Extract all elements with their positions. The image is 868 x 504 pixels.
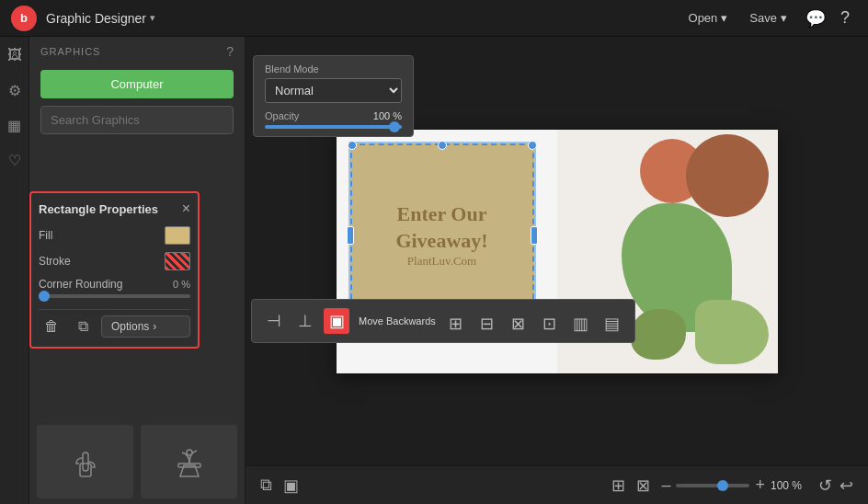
- app-logo: b: [11, 6, 37, 31]
- rect-props-footer: 🗑 ⧉ Options ›: [39, 309, 190, 339]
- layers-icon[interactable]: ⧉: [260, 475, 272, 495]
- selection-handle-tl[interactable]: [348, 141, 357, 150]
- align-bottom-icon[interactable]: ▤: [600, 311, 625, 337]
- app-title-chevron: ▾: [150, 12, 155, 24]
- zoom-in-button[interactable]: +: [755, 475, 765, 495]
- corner-rounding-value: 0 %: [173, 279, 190, 290]
- corner-rounding-row: Corner Rounding 0 %: [39, 278, 190, 291]
- left-panel: GRAPHICS ? Computer Rectangle Properties…: [29, 37, 246, 504]
- canvas-area: Blend Mode Normal Opacity 100 % ⊣ ⊥ ▣: [246, 37, 868, 504]
- opacity-slider-thumb: [389, 121, 400, 132]
- sidebar-image-icon[interactable]: 🖼: [4, 44, 26, 66]
- svg-rect-0: [80, 464, 91, 476]
- bottom-bar-right: ↺ ↩: [818, 475, 853, 496]
- giveaway-subtext: PlantLuv.Com: [407, 254, 476, 269]
- sidebar-icons: 🖼 ⚙ ▦ ♡: [0, 37, 29, 504]
- save-button[interactable]: Save ▾: [738, 7, 798, 29]
- stroke-color-swatch[interactable]: [165, 252, 190, 270]
- blend-mode-select[interactable]: Normal: [265, 78, 402, 103]
- plant-pot-icon: [171, 443, 208, 480]
- corner-rounding-thumb: [39, 291, 50, 302]
- list-item[interactable]: [141, 425, 237, 498]
- float-toolbar: ⊣ ⊥ ▣ Move Backwards ⊞ ⊟ ⊠ ⊡ ▥ ▤: [251, 299, 635, 343]
- bottom-bar: ⧉ ▣ ⊞ ⊠ – + 100 % ↺ ↩: [246, 465, 868, 504]
- selection-handle-rm[interactable]: [531, 226, 538, 245]
- distribute-center-icon[interactable]: ⊟: [474, 311, 500, 337]
- corner-rounding-label: Corner Rounding: [39, 278, 122, 291]
- opacity-slider[interactable]: [265, 125, 402, 129]
- blend-mode-label: Blend Mode: [265, 63, 402, 74]
- rect-props-close-button[interactable]: ×: [182, 200, 190, 217]
- stroke-label: Stroke: [39, 255, 165, 268]
- opacity-row: Opacity 100 %: [265, 110, 402, 121]
- main-content: 🖼 ⚙ ▦ ♡ GRAPHICS ? Computer Rectangle Pr…: [0, 37, 868, 504]
- align-left-icon[interactable]: ⊣: [261, 308, 287, 334]
- rect-props-header: Rectangle Properties ×: [39, 200, 190, 217]
- help-question-icon[interactable]: ?: [226, 44, 234, 59]
- chat-icon-button[interactable]: 💬: [798, 5, 833, 32]
- duplicate-icon-button[interactable]: ⧉: [70, 314, 96, 339]
- canvas-content[interactable]: Blend Mode Normal Opacity 100 % ⊣ ⊥ ▣: [246, 37, 868, 465]
- toolbar-section-1: ⊣ ⊥ ▣ Move Backwards: [261, 308, 436, 334]
- align-center-v-icon[interactable]: ⊥: [292, 308, 318, 334]
- opacity-value: 100 %: [373, 110, 402, 121]
- distribute-left-icon[interactable]: ⊞: [443, 311, 469, 337]
- computer-button[interactable]: Computer: [40, 70, 234, 98]
- selection-handle-tr[interactable]: [528, 141, 537, 150]
- succulent-1: [695, 300, 769, 364]
- fill-color-swatch[interactable]: [165, 226, 190, 245]
- sidebar-filter-icon[interactable]: ⚙: [4, 79, 26, 101]
- search-graphics-input[interactable]: [40, 106, 234, 134]
- opacity-label: Opacity: [265, 110, 299, 121]
- open-button[interactable]: Open ▾: [678, 7, 739, 29]
- undo-icon[interactable]: ↩: [839, 475, 853, 496]
- cactus-icon: [67, 443, 104, 480]
- move-backwards-icon[interactable]: ▣: [324, 308, 349, 334]
- giveaway-text: Enter OurGiveaway!: [395, 201, 487, 254]
- zoom-slider[interactable]: [676, 484, 749, 487]
- succulent-2: [631, 309, 686, 360]
- resize-icon[interactable]: ⊠: [636, 475, 650, 496]
- panel-header: GRAPHICS ?: [29, 37, 245, 66]
- graphics-section-label: GRAPHICS: [40, 46, 100, 57]
- sidebar-heart-icon[interactable]: ♡: [4, 149, 26, 171]
- delete-icon-button[interactable]: 🗑: [39, 314, 64, 339]
- move-backwards-label: Move Backwards: [359, 315, 436, 326]
- sidebar-grid-icon[interactable]: ▦: [4, 114, 26, 136]
- rectangle-properties-panel: Rectangle Properties × Fill Stroke Corne…: [29, 191, 200, 349]
- svg-point-4: [187, 450, 192, 455]
- canvas-icon[interactable]: ▣: [283, 475, 299, 496]
- options-button[interactable]: Options ›: [101, 315, 190, 338]
- blend-opacity-panel: Blend Mode Normal Opacity 100 %: [253, 55, 414, 137]
- fill-row: Fill: [39, 226, 190, 245]
- graphics-grid: [29, 418, 245, 504]
- app-title: Graphic Designer: [46, 11, 146, 26]
- refresh-icon[interactable]: ↺: [818, 475, 832, 496]
- list-item[interactable]: [37, 425, 133, 498]
- plant-pot-2: [686, 134, 769, 217]
- help-icon-button[interactable]: ?: [833, 5, 857, 31]
- crop-icon[interactable]: ⊞: [611, 475, 625, 496]
- zoom-out-button[interactable]: –: [661, 475, 670, 495]
- distribute-right-icon[interactable]: ⊠: [506, 311, 531, 337]
- svg-rect-1: [83, 452, 88, 471]
- selection-handle-lm[interactable]: [347, 226, 354, 245]
- stroke-row: Stroke: [39, 252, 190, 270]
- zoom-slider-thumb: [717, 480, 728, 491]
- align-mid-icon[interactable]: ▥: [568, 311, 594, 337]
- rect-props-title: Rectangle Properties: [39, 202, 158, 216]
- corner-rounding-slider[interactable]: [39, 294, 190, 298]
- topbar: b Graphic Designer ▾ Open ▾ Save ▾ 💬 ?: [0, 0, 868, 37]
- fill-label: Fill: [39, 229, 165, 242]
- zoom-value-label: 100 %: [771, 479, 807, 492]
- align-top-icon[interactable]: ⊡: [537, 311, 563, 337]
- zoom-control: – + 100 %: [661, 475, 807, 495]
- selection-handle-tc[interactable]: [438, 141, 447, 150]
